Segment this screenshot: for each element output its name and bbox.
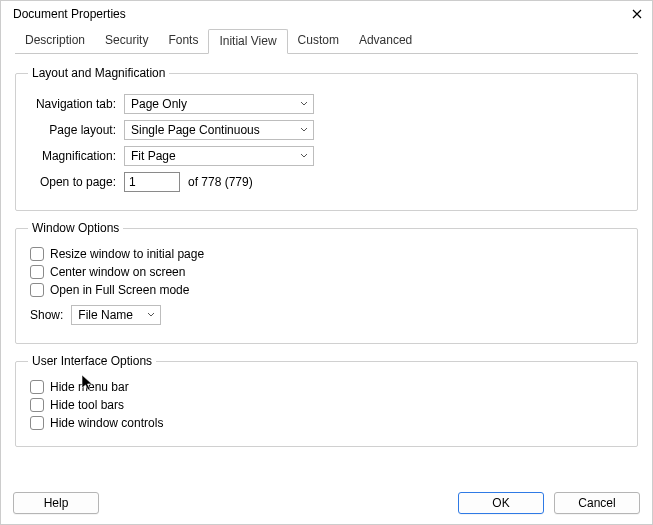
group-legend: User Interface Options bbox=[28, 354, 156, 368]
magnification-select[interactable]: Fit Page bbox=[124, 146, 314, 166]
page-layout-value: Single Page Continuous bbox=[131, 123, 260, 137]
row-show: Show: File Name bbox=[30, 305, 625, 325]
show-label: Show: bbox=[30, 308, 71, 322]
footer-right: OK Cancel bbox=[458, 492, 640, 514]
help-button[interactable]: Help bbox=[13, 492, 99, 514]
magnification-label: Magnification: bbox=[28, 149, 124, 163]
row-magnification: Magnification: Fit Page bbox=[28, 146, 625, 166]
tab-advanced[interactable]: Advanced bbox=[349, 29, 422, 54]
hide-tool-checkbox[interactable] bbox=[30, 398, 44, 412]
fullscreen-checkbox[interactable] bbox=[30, 283, 44, 297]
tab-security[interactable]: Security bbox=[95, 29, 158, 54]
cancel-button[interactable]: Cancel bbox=[554, 492, 640, 514]
hide-controls-checkbox[interactable] bbox=[30, 416, 44, 430]
page-layout-select[interactable]: Single Page Continuous bbox=[124, 120, 314, 140]
row-open-to-page: Open to page: of 778 (779) bbox=[28, 172, 625, 192]
open-to-page-suffix: of 778 (779) bbox=[188, 175, 253, 189]
group-legend: Layout and Magnification bbox=[28, 66, 169, 80]
window-title: Document Properties bbox=[13, 7, 126, 21]
resize-window-checkbox[interactable] bbox=[30, 247, 44, 261]
chevron-down-icon bbox=[147, 312, 155, 318]
footer: Help OK Cancel bbox=[1, 484, 652, 524]
row-navigation-tab: Navigation tab: Page Only bbox=[28, 94, 625, 114]
group-ui-options: User Interface Options Hide menu bar Hid… bbox=[15, 354, 638, 447]
resize-window-label: Resize window to initial page bbox=[50, 247, 204, 261]
row-hide-menu: Hide menu bar bbox=[30, 380, 625, 394]
navigation-tab-select[interactable]: Page Only bbox=[124, 94, 314, 114]
hide-tool-label: Hide tool bars bbox=[50, 398, 124, 412]
show-value: File Name bbox=[78, 308, 133, 322]
center-window-checkbox[interactable] bbox=[30, 265, 44, 279]
group-legend: Window Options bbox=[28, 221, 123, 235]
tab-initial-view[interactable]: Initial View bbox=[208, 29, 287, 54]
chevron-down-icon bbox=[300, 153, 308, 159]
tab-fonts[interactable]: Fonts bbox=[158, 29, 208, 54]
open-to-page-label: Open to page: bbox=[28, 175, 124, 189]
close-icon[interactable] bbox=[630, 7, 644, 21]
row-fullscreen: Open in Full Screen mode bbox=[30, 283, 625, 297]
group-window-options: Window Options Resize window to initial … bbox=[15, 221, 638, 344]
group-layout-magnification: Layout and Magnification Navigation tab:… bbox=[15, 66, 638, 211]
ok-button[interactable]: OK bbox=[458, 492, 544, 514]
open-to-page-input[interactable] bbox=[124, 172, 180, 192]
chevron-down-icon bbox=[300, 101, 308, 107]
row-hide-tool: Hide tool bars bbox=[30, 398, 625, 412]
fullscreen-label: Open in Full Screen mode bbox=[50, 283, 189, 297]
magnification-value: Fit Page bbox=[131, 149, 176, 163]
page-layout-label: Page layout: bbox=[28, 123, 124, 137]
chevron-down-icon bbox=[300, 127, 308, 133]
row-hide-controls: Hide window controls bbox=[30, 416, 625, 430]
navigation-tab-value: Page Only bbox=[131, 97, 187, 111]
content-area: Layout and Magnification Navigation tab:… bbox=[1, 54, 652, 447]
hide-controls-label: Hide window controls bbox=[50, 416, 163, 430]
titlebar: Document Properties bbox=[1, 1, 652, 25]
row-page-layout: Page layout: Single Page Continuous bbox=[28, 120, 625, 140]
show-select[interactable]: File Name bbox=[71, 305, 161, 325]
center-window-label: Center window on screen bbox=[50, 265, 185, 279]
row-center-window: Center window on screen bbox=[30, 265, 625, 279]
navigation-tab-label: Navigation tab: bbox=[28, 97, 124, 111]
tab-custom[interactable]: Custom bbox=[288, 29, 349, 54]
tab-bar: Description Security Fonts Initial View … bbox=[1, 29, 652, 54]
row-resize-window: Resize window to initial page bbox=[30, 247, 625, 261]
hide-menu-label: Hide menu bar bbox=[50, 380, 129, 394]
tab-description[interactable]: Description bbox=[15, 29, 95, 54]
hide-menu-checkbox[interactable] bbox=[30, 380, 44, 394]
